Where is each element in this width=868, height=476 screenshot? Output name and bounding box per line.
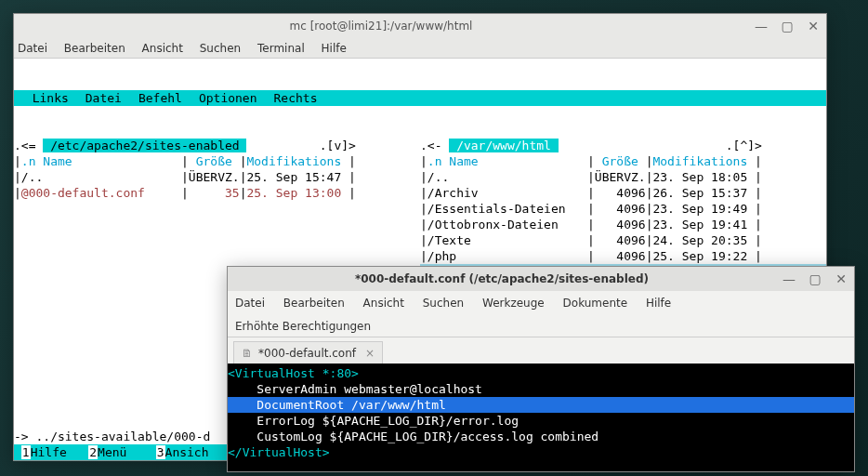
- mc-menu-datei[interactable]: Datei: [85, 91, 122, 105]
- file-row[interactable]: |/.. |ÜBERVZ.|23. Sep 18:05 |: [420, 169, 826, 185]
- file-row[interactable]: |/Texte | 4096|24. Sep 20:35 |: [420, 232, 826, 248]
- maximize-button[interactable]: ▢: [774, 14, 800, 38]
- editor-tab-label: *000-default.conf: [258, 342, 356, 364]
- ed-menu-dokumente[interactable]: Dokumente: [563, 297, 628, 310]
- editor-info-line: Erhöhte Berechtigungen: [228, 315, 854, 337]
- editor-window: *000-default.conf (/etc/apache2/sites-en…: [227, 266, 855, 472]
- menu-terminal[interactable]: Terminal: [257, 42, 305, 55]
- editor-window-title: *000-default.conf (/etc/apache2/sites-en…: [228, 267, 776, 291]
- ed-menu-hilfe[interactable]: Hilfe: [646, 297, 671, 310]
- mc-menu-optionen[interactable]: Optionen: [199, 91, 257, 105]
- minimize-button[interactable]: —: [776, 267, 802, 291]
- menu-bearbeiten[interactable]: Bearbeiten: [64, 42, 125, 55]
- editor-menubar[interactable]: Datei Bearbeiten Ansicht Suchen Werkzeug…: [228, 291, 854, 315]
- file-row[interactable]: |/.. |ÜBERVZ.|25. Sep 15:47 |: [14, 169, 420, 185]
- mc-titlebar[interactable]: mc [root@limi21]:/var/www/html — ▢ ✕: [14, 14, 826, 38]
- menu-datei[interactable]: Datei: [18, 42, 47, 55]
- file-row[interactable]: |/php | 4096|25. Sep 19:22 |: [420, 248, 826, 264]
- maximize-button[interactable]: ▢: [802, 267, 828, 291]
- file-row[interactable]: |/Essentials-Dateien | 4096|23. Sep 19:4…: [420, 201, 826, 217]
- ed-menu-suchen[interactable]: Suchen: [423, 297, 464, 310]
- editor-tabs: 🗎 *000-default.conf ×: [228, 337, 854, 364]
- ed-menu-datei[interactable]: Datei: [235, 297, 265, 310]
- ed-menu-bearbeiten[interactable]: Bearbeiten: [283, 297, 345, 310]
- close-icon[interactable]: ×: [365, 342, 375, 364]
- ed-menu-ansicht[interactable]: Ansicht: [363, 297, 404, 310]
- editor-tab[interactable]: 🗎 *000-default.conf ×: [233, 341, 383, 364]
- menu-ansicht[interactable]: Ansicht: [142, 42, 183, 55]
- close-button[interactable]: ✕: [828, 267, 854, 291]
- editor-body[interactable]: <VirtualHost *:80> ServerAdmin webmaster…: [228, 364, 854, 471]
- file-row[interactable]: |/Ottobronx-Dateien | 4096|23. Sep 19:41…: [420, 217, 826, 232]
- close-button[interactable]: ✕: [800, 14, 826, 38]
- mc-app-menubar[interactable]: LinksDateiBefehlOptionenRechts: [14, 90, 826, 106]
- file-row[interactable]: |@000-default.conf | 35|25. Sep 13:00 |: [14, 185, 420, 201]
- document-icon: 🗎: [242, 342, 253, 364]
- ed-menu-werkzeuge[interactable]: Werkzeuge: [482, 297, 545, 310]
- menu-hilfe[interactable]: Hilfe: [322, 42, 347, 55]
- menu-suchen[interactable]: Suchen: [200, 42, 241, 55]
- editor-titlebar[interactable]: *000-default.conf (/etc/apache2/sites-en…: [228, 267, 854, 291]
- mc-menu-rechts[interactable]: Rechts: [274, 91, 318, 105]
- mc-menu-links[interactable]: Links: [33, 91, 69, 105]
- minimize-button[interactable]: —: [748, 14, 774, 38]
- mc-menu-befehl[interactable]: Befehl: [138, 91, 182, 105]
- file-row[interactable]: |/Archiv | 4096|26. Sep 15:37 |: [420, 185, 826, 201]
- mc-window-title: mc [root@limi21]:/var/www/html: [14, 14, 748, 38]
- mc-system-menubar[interactable]: Datei Bearbeiten Ansicht Suchen Terminal…: [14, 38, 826, 59]
